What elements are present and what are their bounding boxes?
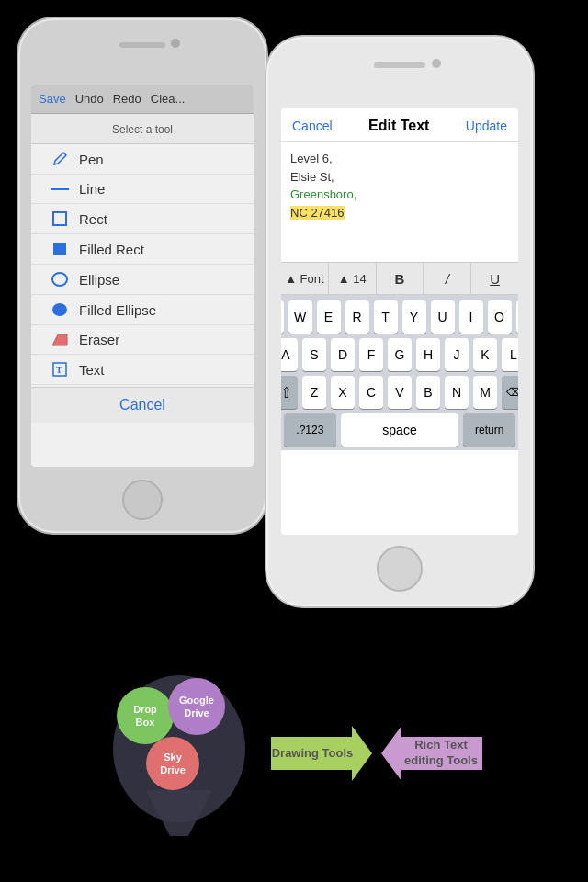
richtext-tools-label: Rich Text editing Tools [400, 738, 482, 769]
key-e[interactable]: E [317, 300, 341, 334]
key-k[interactable]: K [473, 338, 497, 371]
key-n[interactable]: N [445, 376, 469, 409]
key-f[interactable]: F [359, 338, 383, 371]
tool-text[interactable]: T Text [31, 355, 254, 385]
phone2-body: Cancel Edit Text Update Level 6, Elsie S… [266, 37, 533, 606]
tool-filled-ellipse-label: Filled Ellipse [79, 302, 156, 318]
key-a[interactable]: A [281, 338, 298, 371]
svg-point-4 [52, 303, 67, 316]
phone2-screen: Cancel Edit Text Update Level 6, Elsie S… [281, 108, 518, 535]
tool-pen[interactable]: Pen [31, 144, 254, 175]
clear-button[interactable]: Clea... [151, 92, 186, 106]
drawing-tools-label: Drawing Tools [272, 746, 354, 762]
arrows-section: Drawing Tools Rich Text editing Tools [271, 726, 482, 781]
cloud-funnel: DropBox GoogleDrive SkyDrive [106, 662, 253, 845]
keyboard-row2: A S D F G H J K L [284, 338, 515, 371]
tool-eraser[interactable]: Eraser [31, 325, 254, 355]
key-b[interactable]: B [416, 376, 440, 409]
edit-text-area[interactable]: Level 6, Elsie St, Greensboro, NC 27416 [281, 142, 518, 262]
green-arrow-shape: Drawing Tools [271, 726, 372, 781]
key-c[interactable]: C [359, 376, 383, 409]
tool-filled-rect[interactable]: Filled Rect [31, 234, 254, 265]
key-d[interactable]: D [331, 338, 355, 371]
svg-text:T: T [56, 365, 62, 375]
key-x[interactable]: X [331, 376, 355, 409]
tool-rect-label: Rect [79, 211, 107, 227]
phone1-camera [171, 39, 180, 48]
numbers-key[interactable]: .?123 [284, 413, 336, 447]
eraser-icon [50, 333, 70, 347]
key-l[interactable]: L [502, 338, 518, 371]
edit-cancel-button[interactable]: Cancel [292, 119, 333, 133]
key-r[interactable]: R [345, 300, 369, 334]
phone2-speaker [374, 62, 425, 68]
tool-ellipse-label: Ellipse [79, 272, 119, 288]
tool-list: Pen Line Rect [31, 144, 254, 385]
key-y[interactable]: Y [402, 300, 426, 334]
key-j[interactable]: J [445, 338, 469, 371]
text-line3: Greensboro, [290, 186, 509, 204]
key-u[interactable]: U [431, 300, 455, 334]
ellipse-icon [50, 271, 70, 288]
size-button[interactable]: ▲ 14 [329, 263, 377, 294]
bold-button[interactable]: B [377, 263, 424, 294]
svg-rect-2 [53, 243, 66, 255]
text-tool-icon: T [50, 361, 70, 378]
select-tool-label: Select a tool [31, 114, 254, 144]
drawing-toolbar: Save Undo Redo Clea... [31, 85, 254, 114]
undo-button[interactable]: Undo [75, 92, 104, 106]
pen-icon [50, 151, 70, 167]
key-t[interactable]: T [374, 300, 398, 334]
key-o[interactable]: O [488, 300, 512, 334]
cancel-button[interactable]: Cancel [31, 387, 254, 423]
phone1-home-button[interactable] [122, 480, 163, 520]
edit-title: Edit Text [368, 118, 429, 134]
bottom-diagram: DropBox GoogleDrive SkyDrive Drawing Too… [0, 643, 588, 864]
keyboard: Q W E R T Y U I O P A S D F G [281, 295, 518, 450]
redo-button[interactable]: Redo [113, 92, 141, 106]
bubble-dropbox: DropBox [117, 687, 174, 744]
tool-ellipse[interactable]: Ellipse [31, 265, 254, 295]
bubble-skydrive: SkyDrive [146, 737, 199, 790]
svg-marker-5 [52, 334, 67, 345]
key-v[interactable]: V [388, 376, 412, 409]
key-s[interactable]: S [302, 338, 326, 371]
phone1-screen: Save Undo Redo Clea... Select a tool Pen [31, 85, 254, 467]
key-m[interactable]: M [473, 376, 497, 409]
tool-text-label: Text [79, 362, 105, 378]
font-button[interactable]: ▲ Font [281, 263, 329, 294]
tool-rect[interactable]: Rect [31, 204, 254, 234]
phone2-home-button[interactable] [377, 546, 423, 592]
tool-pen-label: Pen [79, 152, 104, 167]
phone1-device: Save Undo Redo Clea... Select a tool Pen [18, 18, 266, 533]
return-key[interactable]: return [463, 413, 515, 447]
edit-update-button[interactable]: Update [466, 119, 507, 133]
richtext-tools-arrow: Rich Text editing Tools [381, 726, 482, 781]
purple-arrow-shape: Rich Text editing Tools [381, 726, 482, 781]
tool-line[interactable]: Line [31, 175, 254, 204]
italic-button[interactable]: / [424, 263, 471, 294]
svg-point-3 [52, 273, 67, 286]
svg-rect-1 [53, 212, 66, 225]
key-p[interactable]: P [516, 300, 519, 334]
tool-filled-ellipse[interactable]: Filled Ellipse [31, 295, 254, 325]
space-key[interactable]: space [341, 413, 459, 447]
phone1-speaker [119, 42, 165, 48]
underline-button[interactable]: U [471, 263, 518, 294]
key-g[interactable]: G [388, 338, 412, 371]
key-q[interactable]: Q [281, 300, 284, 334]
key-z[interactable]: Z [302, 376, 326, 409]
delete-key[interactable]: ⌫ [502, 376, 518, 409]
text-line1: Level 6, [290, 150, 509, 168]
tool-line-label: Line [79, 181, 105, 197]
key-h[interactable]: H [416, 338, 440, 371]
line-icon [50, 187, 70, 192]
key-w[interactable]: W [288, 300, 312, 334]
tool-eraser-label: Eraser [79, 332, 119, 347]
key-i[interactable]: I [459, 300, 483, 334]
tool-filled-rect-label: Filled Rect [79, 242, 144, 257]
phone2-device: Cancel Edit Text Update Level 6, Elsie S… [266, 37, 533, 606]
save-button[interactable]: Save [39, 92, 66, 106]
bubble-gdrive: GoogleDrive [168, 678, 225, 735]
shift-key[interactable]: ⇧ [281, 376, 298, 409]
